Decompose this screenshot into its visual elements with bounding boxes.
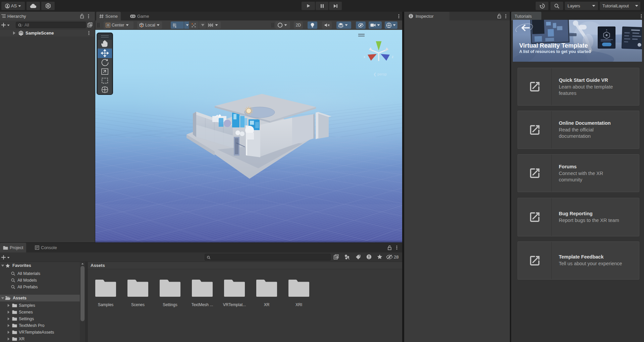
svg-text:Virtual Reality Template: Virtual Reality Template <box>519 42 588 49</box>
svg-text:z: z <box>392 55 393 59</box>
svg-text:❮ persp: ❮ persp <box>373 72 387 76</box>
svg-text:x: x <box>364 55 365 59</box>
svg-text:A list of resources to get you: A list of resources to get you started <box>519 49 591 54</box>
